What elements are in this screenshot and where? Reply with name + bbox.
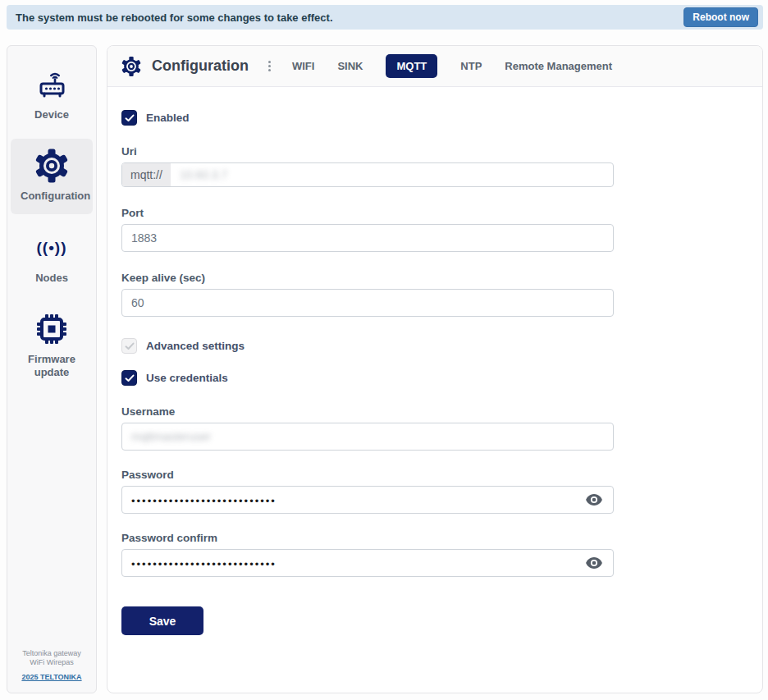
sidebar-item-configuration[interactable]: Configuration [11,139,93,213]
advanced-settings-row: Advanced settings [121,338,762,354]
port-label: Port [121,207,762,219]
kebab-menu-icon[interactable] [265,57,274,75]
save-button[interactable]: Save [121,606,203,635]
tab-ntp[interactable]: NTP [460,54,482,78]
username-value-redacted: mqttmasteruser [122,430,220,443]
sidebar-item-label: Firmware update [21,353,83,380]
gear-icon [121,56,142,77]
keep-alive-input[interactable] [121,289,614,317]
use-credentials-checkbox[interactable] [121,370,137,386]
enabled-checkbox[interactable] [121,110,137,126]
advanced-settings-label: Advanced settings [146,340,245,352]
config-tabs: WIFI SINK MQTT NTP Remote Management [292,54,612,78]
password-confirm-label: Password confirm [121,532,762,544]
password-masked-value: ••••••••••••••••••••••••••• [122,496,286,506]
password-confirm-masked-value: ••••••••••••••••••••••••••• [122,559,286,570]
sidebar-item-device[interactable]: Device [11,57,93,132]
reboot-now-button[interactable]: Reboot now [683,7,758,27]
password-label: Password [121,469,762,481]
use-credentials-row: Use credentials [121,370,762,386]
keep-alive-label: Keep alive (sec) [121,272,762,284]
use-credentials-label: Use credentials [146,372,228,384]
reboot-banner: The system must be rebooted for some cha… [7,5,763,30]
page-title: Configuration [152,57,249,75]
gear-icon [34,149,70,182]
sidebar-item-label: Configuration [21,190,83,203]
sidebar-item-nodes[interactable]: ((•)) Nodes [11,221,93,295]
broadcast-icon: ((•)) [37,231,67,264]
username-label: Username [121,405,762,418]
chip-icon [35,313,68,345]
advanced-settings-checkbox[interactable] [121,338,137,354]
copyright-link[interactable]: 2025 TELTONIKA [21,673,81,681]
eye-icon [585,493,603,506]
product-name: Teltonika gateway WiFi Wirepas [14,649,89,668]
port-input[interactable] [121,224,614,252]
sidebar-footer: Teltonika gateway WiFi Wirepas 2025 TELT… [11,649,93,686]
uri-prefix: mqtt:// [122,163,171,186]
tab-sink[interactable]: SINK [337,54,363,78]
sidebar-item-label: Nodes [35,272,68,285]
show-password-button[interactable] [583,492,605,508]
show-password-confirm-button[interactable] [583,555,605,571]
uri-input[interactable]: mqtt:// 10.60.3.7 [121,162,614,187]
uri-value-redacted: 10.60.3.7 [171,168,236,181]
main-panel: Configuration WIFI SINK MQTT NTP Remote … [107,45,763,693]
enabled-label: Enabled [146,112,190,124]
password-input[interactable]: ••••••••••••••••••••••••••• [121,486,614,514]
password-confirm-input[interactable]: ••••••••••••••••••••••••••• [121,549,614,577]
tab-wifi[interactable]: WIFI [292,54,314,78]
configuration-header: Configuration WIFI SINK MQTT NTP Remote … [107,46,762,87]
app-root: The system must be rebooted for some cha… [0,0,768,700]
eye-icon [585,556,603,570]
sidebar-item-label: Device [34,108,69,121]
sidebar-item-firmware-update[interactable]: Firmware update [11,302,93,391]
router-icon [35,68,68,101]
enabled-row: Enabled [121,110,762,126]
sidebar: Device [7,45,97,693]
tab-mqtt[interactable]: MQTT [386,54,437,78]
uri-label: Uri [121,145,762,158]
banner-message: The system must be rebooted for some cha… [16,11,333,24]
mqtt-form: Enabled Uri mqtt:// 10.60.3.7 Port Keep … [107,87,762,635]
tab-remote-management[interactable]: Remote Management [505,54,612,78]
username-input[interactable]: mqttmasteruser [121,423,614,451]
